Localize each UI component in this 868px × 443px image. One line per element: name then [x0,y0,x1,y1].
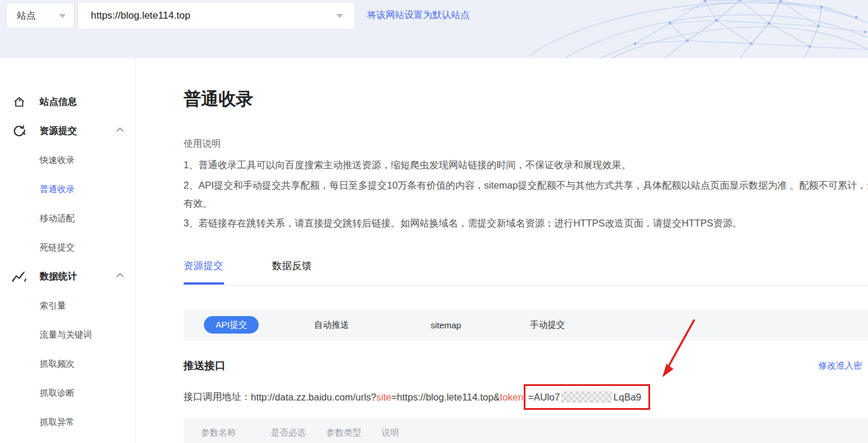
site-url-value: https://blog.lete114.top [91,10,336,22]
usage-item-1: 1、普通收录工具可以向百度搜索主动推送资源，缩短爬虫发现网站链接的时间，不保证收… [184,156,868,174]
pill-manual-submit[interactable]: 手动提交 [518,316,577,334]
wireframe-globe-graphic [530,0,868,58]
tab-resource-submit[interactable]: 资源提交 [184,259,223,284]
tab-label: 资源提交 [184,260,223,271]
top-banner: 站点 https://blog.lete114.top 将该网站设置为默认站点 [0,0,868,58]
sidebar-item-index-volume[interactable]: 索引量 [0,291,135,320]
pill-api-submit[interactable]: API提交 [204,316,259,334]
sidebar-section-label: 资源提交 [40,125,115,137]
sidebar-item-crawl-frequency[interactable]: 抓取频次 [0,349,135,378]
column-header-param-type: 参数类型 [326,427,382,438]
site-url-select[interactable]: https://blog.lete114.top [77,2,355,30]
tab-bar: 资源提交 数据反馈 [184,259,868,286]
token-suffix: LqBa9 [613,392,641,403]
sidebar-item-crawl-diagnosis[interactable]: 抓取诊断 [0,378,135,407]
usage-item-3: 3、若链接存在跳转关系，请直接提交跳转后链接。如网站换域名，需提交新域名资源；进… [184,214,868,232]
edit-access-key-link[interactable]: 修改准入密 [818,360,862,371]
tab-label: 数据反馈 [272,260,312,271]
sidebar-item-site-info[interactable]: 站点信息 [0,87,135,116]
api-call-address-line: 接口调用地址： http://data.zz.baidu.com/urls? s… [184,383,868,411]
sidebar-item-crawl-exception[interactable]: 抓取异常 [0,407,135,437]
chevron-down-icon [336,14,343,18]
param-site: site [376,392,391,403]
sidebar-item-fast-include[interactable]: 快速收录 [0,146,135,175]
main-content: 普通收录 使用说明 1、普通收录工具可以向百度搜索主动推送资源，缩短爬虫发现网站… [184,58,868,443]
sidebar-item-label: 站点信息 [40,96,125,108]
sidebar-section-data-stats[interactable]: 数据统计 [0,262,135,291]
pill-auto-push[interactable]: 自动推送 [302,316,361,334]
sidebar-item-mobile-adapt[interactable]: 移动适配 [0,204,135,233]
sidebar: 站点信息 资源提交 快速收录 普通收录 移动适配 死链提交 [0,58,136,443]
pill-sitemap[interactable]: sitemap [419,316,473,334]
address-label: 接口调用地址： [184,391,251,403]
site-type-select[interactable]: 站点 [6,3,75,29]
tab-data-feedback[interactable]: 数据反馈 [272,259,312,284]
page: 站点 https://blog.lete114.top 将该网站设置为默认站点 … [0,0,868,443]
token-prefix: AUlo7 [534,392,560,403]
sidebar-item-traffic-keywords[interactable]: 流量与关键词 [0,320,135,349]
chevron-up-icon [115,271,125,282]
chevron-up-icon [115,125,125,137]
equals-sign: = [391,392,397,403]
chevron-down-icon [59,14,66,18]
stats-icon [12,269,27,284]
usage-item-2: 2、API提交和手动提交共享配额，每日至多提交10万条有价值的内容，sitema… [184,176,868,212]
sidebar-item-dead-link[interactable]: 死链提交 [0,233,135,262]
param-token: token [500,392,523,403]
column-header-description: 说明 [382,427,399,438]
censored-mosaic [561,391,612,403]
submit-icon [12,123,27,139]
page-title: 普通收录 [184,87,253,111]
push-api-heading: 推送接口 [184,359,225,373]
usage-heading: 使用说明 [184,138,221,150]
sidebar-item-normal-include[interactable]: 普通收录 [0,175,135,204]
home-icon [12,94,27,109]
active-tab-underline [184,282,224,285]
site-value: https://blog.lete114.top [397,392,493,403]
sidebar-section-resource-submit[interactable]: 资源提交 [0,116,135,146]
token-highlight-box: = AUlo7 LqBa9 [524,384,650,410]
url-prefix: http://data.zz.baidu.com/urls? [251,392,377,403]
sidebar-section-label: 数据统计 [40,271,115,283]
column-header-param-name: 参数名称 [201,427,271,438]
set-default-site-link[interactable]: 将该网站设置为默认站点 [367,9,470,22]
column-header-required: 是否必选 [271,427,326,438]
site-type-label: 站点 [17,10,59,22]
equals-sign: = [528,392,534,403]
params-table-header: 参数名称 是否必选 参数类型 说明 [184,418,868,443]
method-pill-bar: API提交 自动推送 sitemap 手动提交 [184,309,868,341]
ampersand: & [493,392,500,403]
